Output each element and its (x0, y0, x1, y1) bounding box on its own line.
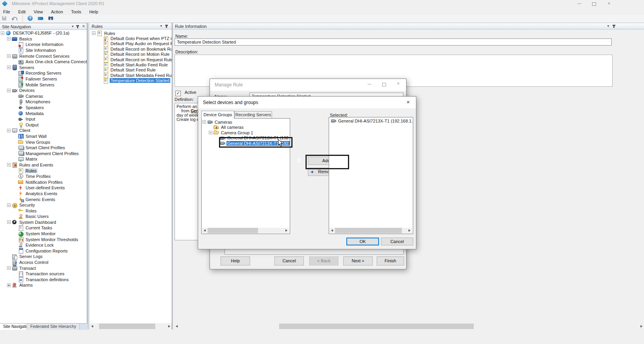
expander-minus-icon[interactable]: - (7, 163, 11, 167)
scrollbar-thumb[interactable] (208, 228, 258, 233)
expander-minus-icon[interactable]: - (7, 220, 11, 224)
finish-button[interactable]: Finish (377, 256, 404, 265)
tree-item[interactable]: Cameras (0, 93, 87, 99)
tree-item[interactable]: License Information (0, 42, 87, 48)
scrollbar-thumb[interactable] (335, 228, 402, 233)
tree-item[interactable]: Metadata (0, 110, 87, 116)
tree-item[interactable]: System Monitor (0, 231, 87, 237)
expander-minus-icon[interactable]: - (7, 203, 11, 207)
tree-item[interactable]: Server Logs (0, 254, 87, 260)
tree-item[interactable]: Rules (0, 168, 87, 174)
tab-device-groups[interactable]: Device Groups (201, 111, 234, 119)
minimize-button[interactable] (573, 1, 585, 7)
chevron-down-icon[interactable]: ▼ (71, 25, 74, 29)
scroll-right-icon[interactable] (167, 324, 172, 329)
maximize-button[interactable] (588, 1, 600, 7)
tree-item[interactable]: -Rules (91, 31, 172, 36)
tree-item[interactable]: -Camera Group 1 (202, 130, 290, 135)
tree-item[interactable]: Transaction sources (0, 271, 87, 277)
cancel-button[interactable]: Cancel (274, 256, 304, 265)
tree-item[interactable]: Mobile Servers (0, 82, 87, 88)
tree-item[interactable]: User-defined Events (0, 185, 87, 191)
tree-item[interactable]: -Cameras (202, 119, 290, 125)
scroll-right-icon[interactable] (284, 228, 289, 233)
tree-item[interactable]: Default Record on Motion Rule (91, 52, 172, 57)
tree-item[interactable]: Notification Profiles (0, 179, 87, 185)
scroll-right-icon[interactable] (407, 228, 412, 233)
tree-item[interactable]: System Monitor Thresholds (0, 236, 87, 242)
tree-item[interactable]: Default Record on Request Rule (91, 57, 172, 62)
tree-item[interactable]: Management Client Profiles (0, 150, 87, 156)
tree-item[interactable]: -Client (0, 128, 87, 134)
active-checkbox[interactable]: ✓ (175, 91, 181, 96)
expander-minus-icon[interactable]: - (209, 131, 212, 134)
tab-federated-site-hierarchy[interactable]: Federated Site Hierarchy (27, 324, 80, 330)
menu-edit[interactable]: Edit (15, 9, 29, 15)
expander-minus-icon[interactable]: - (202, 120, 206, 124)
close-icon[interactable]: × (82, 24, 85, 29)
tree-item[interactable]: -Remote Connect Services (0, 53, 87, 59)
menu-action[interactable]: Action (48, 9, 66, 15)
save-icon[interactable] (1, 15, 8, 22)
rules-horizontal-scrollbar[interactable] (90, 324, 172, 329)
menu-file[interactable]: File (0, 9, 13, 15)
tree-item[interactable]: Roles (0, 208, 87, 214)
close-button[interactable]: × (392, 81, 404, 87)
scrollbar-thumb[interactable] (99, 324, 155, 329)
tree-item[interactable]: Access Control (0, 260, 87, 265)
find-icon[interactable] (48, 15, 55, 22)
tree-item[interactable]: -Servers (0, 65, 87, 71)
expander-minus-icon[interactable]: - (92, 31, 96, 35)
tree-item[interactable]: +Alarms (0, 282, 87, 288)
close-icon[interactable]: × (407, 99, 410, 105)
tree-item[interactable]: -Transact (0, 265, 87, 271)
expander-minus-icon[interactable]: - (7, 37, 11, 40)
expander-minus-icon[interactable]: - (7, 89, 11, 92)
pin-icon[interactable] (613, 25, 615, 28)
tree-item[interactable]: Speakers (0, 105, 87, 111)
expander-minus-icon[interactable]: - (7, 54, 11, 58)
scroll-left-icon[interactable] (329, 228, 335, 233)
expander-minus-icon[interactable]: - (1, 31, 4, 35)
tree-item[interactable]: -Security (0, 202, 87, 208)
tree-item[interactable]: Default Play Audio on Request Rule (91, 41, 172, 46)
tree-horizontal-scrollbar[interactable] (202, 228, 289, 233)
maximize-button[interactable] (378, 81, 390, 88)
tree-item[interactable]: Axis One-click Camera Connection (0, 59, 87, 65)
tree-item[interactable]: Recording Servers (0, 70, 87, 76)
book-icon[interactable] (37, 15, 44, 22)
tree-item[interactable]: Temperature Detection Started (91, 78, 172, 83)
minimize-button[interactable] (363, 81, 375, 88)
tab-recording-servers[interactable]: Recording Servers (234, 111, 272, 119)
tree-item[interactable]: Analytics Events (0, 191, 87, 197)
tree-item[interactable]: Transaction definitions (0, 277, 87, 283)
tree-item[interactable]: Evidence Lock (0, 242, 87, 248)
scroll-left-icon[interactable] (202, 228, 207, 233)
tree-item[interactable]: Default Start Audio Feed Rule (91, 62, 172, 67)
tree-item[interactable]: -Devices (0, 88, 87, 93)
ruleinfo-horizontal-scrollbar[interactable] (174, 324, 644, 329)
tree-item[interactable]: Smart Wall (0, 134, 87, 139)
tree-item[interactable]: All cameras (202, 125, 290, 130)
tree-item[interactable]: Default Record on Bookmark Rule (91, 46, 172, 51)
pin-icon[interactable] (77, 25, 78, 28)
tree-item[interactable]: Current Tasks (0, 225, 87, 231)
expander-minus-icon[interactable]: - (7, 66, 11, 69)
tree-item[interactable]: -DESKTOP-61J585F - (20.1a) (0, 30, 87, 36)
tree-item[interactable]: Default Start Metadata Feed Rule (91, 73, 172, 78)
scroll-left-icon[interactable] (90, 324, 95, 329)
expander-minus-icon[interactable]: - (7, 266, 11, 270)
help-icon[interactable] (27, 15, 34, 22)
panel-splitter[interactable] (87, 23, 89, 329)
scrollbar-thumb[interactable] (279, 324, 474, 329)
tree-item[interactable]: Time Profiles (0, 174, 87, 179)
rule-name-input[interactable]: Temperature Detection Started (175, 38, 612, 46)
scroll-left-icon[interactable] (174, 324, 179, 329)
tree-item[interactable]: Failover Servers (0, 76, 87, 82)
tree-item[interactable]: Default Start Feed Rule (91, 68, 172, 73)
tree-item[interactable]: Matrix (0, 156, 87, 162)
tree-item[interactable]: Smart Client Profiles (0, 145, 87, 151)
cancel-button[interactable]: Cancel (381, 238, 413, 245)
menu-tools[interactable]: Tools (68, 9, 85, 15)
tree-item[interactable]: View Groups (0, 139, 87, 145)
